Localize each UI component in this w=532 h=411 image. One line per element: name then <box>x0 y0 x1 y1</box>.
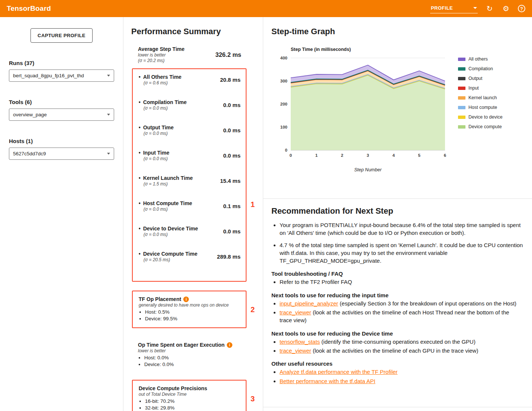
metric-value: 0.1 ms <box>223 203 241 209</box>
precisions-subtitle: out of Total Device Time <box>139 392 241 397</box>
hosts-select-value: 5627c5dd7dc9 <box>13 151 46 156</box>
metric-row: Host Compute Time (σ = 0.0 ms) 0.1 ms <box>139 200 241 212</box>
legend-swatch <box>458 96 465 100</box>
metric-row: Device to Device Time (σ = 0.0 ms) 0.0 m… <box>139 226 241 237</box>
input-pipeline-analyzer-link[interactable]: input_pipeline_analyzer <box>280 300 338 307</box>
device-tools-heading: Next tools to use for reducing the Devic… <box>271 330 523 337</box>
tf-op-placement-title: TF Op Placement <box>139 296 181 302</box>
right-panel: Step-time Graph Step Time (in millisecon… <box>263 17 532 411</box>
input-tools-heading: Next tools to use for reducing the input… <box>271 292 523 298</box>
chevron-down-icon <box>107 75 110 77</box>
recommendation-bullet: 4.7 % of the total step time sampled is … <box>280 241 523 265</box>
metric-sigma: (σ = 0.0 ms) <box>139 232 198 237</box>
performance-summary-panel: Performance Summary Average Step Time lo… <box>123 17 263 411</box>
resource-item: Better performance with the tf.data API <box>280 377 523 385</box>
legend-swatch <box>458 58 465 61</box>
annotation-box-1: All Others Time (σ = 0.6 ms) 20.8 ms Com… <box>132 68 246 282</box>
tools-select[interactable]: overview_page <box>9 109 114 121</box>
legend-item: Input <box>458 85 503 91</box>
metric-row: Device Compute Time (σ = 20.5 ms) 289.8 … <box>139 251 241 262</box>
metric-sigma: (σ = 0.0 ms) <box>139 131 174 136</box>
metric-label: Host Compute Time <box>139 200 192 206</box>
legend-label: All others <box>468 56 488 62</box>
tool-item: input_pipeline_analyzer (especially Sect… <box>280 300 523 307</box>
metric-sigma: (σ = 20.5 ms) <box>139 257 197 262</box>
metric-row: Input Time (σ = 0.0 ms) 0.0 ms <box>139 150 241 161</box>
runs-select[interactable]: bert_squad_8gpu_fp16_pvt_thd <box>9 69 114 82</box>
tf-op-placement-host: Host: 0.5% <box>145 309 241 315</box>
eager-execution-section: Op Time Spent on Eager Execution i lower… <box>132 337 246 373</box>
metric-value: 289.8 ms <box>217 253 241 260</box>
tool-item-text: (identify the time-consuming operations … <box>320 339 475 345</box>
tfdata-api-link[interactable]: Better performance with the tf.data API <box>280 378 375 384</box>
legend-label: Kernel launch <box>468 95 497 100</box>
info-icon[interactable]: i <box>227 342 232 348</box>
metric-label: Output Time <box>139 124 174 130</box>
annotation-label-3: 3 <box>251 394 255 403</box>
tool-item-text: (look at the activities on the timeline … <box>311 347 478 354</box>
metric-value: 0.0 ms <box>223 228 241 234</box>
svg-text:1: 1 <box>315 153 318 158</box>
legend-label: Device to device <box>468 114 503 120</box>
legend-item: Device to device <box>458 114 503 120</box>
average-step-time-label: Average Step Time <box>138 46 184 52</box>
metric-row: Output Time (σ = 0.0 ms) 0.0 ms <box>139 124 241 136</box>
legend-item: Compilation <box>458 66 503 71</box>
dashboard-selector-value: PROFILE <box>431 5 453 11</box>
reload-icon[interactable]: ↻ <box>485 4 494 13</box>
dashboard-selector[interactable]: PROFILE <box>430 4 478 13</box>
sidebar: CAPTURE PROFILE Runs (37) bert_squad_8gp… <box>0 17 123 411</box>
metric-sigma: (σ = 0.0 ms) <box>139 156 169 161</box>
precisions-title: Device Compute Precisions <box>139 385 207 391</box>
chart-x-axis-label: Step Number <box>291 167 445 172</box>
info-icon[interactable]: i <box>183 297 189 302</box>
metric-sigma: (σ = 1.5 ms) <box>139 181 193 187</box>
tool-item-text: (especially Section 3 for the breakdown … <box>338 300 516 307</box>
legend-item: Kernel launch <box>458 95 503 100</box>
legend-item: Device compute <box>458 124 503 129</box>
gear-icon[interactable]: ⚙ <box>502 4 510 13</box>
annotation-box-2: TF Op Placement i generally desired to h… <box>132 291 246 328</box>
metric-row: Compilation Time (σ = 0.0 ms) 0.0 ms <box>139 99 241 111</box>
metric-sigma: (σ = 0.0 ms) <box>139 106 187 111</box>
trace-viewer-link[interactable]: trace_viewer <box>280 309 311 315</box>
metric-label: Input Time <box>139 150 169 156</box>
header-actions: PROFILE ↻ ⚙ ? <box>430 4 525 13</box>
legend-label: Device compute <box>468 124 502 129</box>
svg-text:400: 400 <box>280 56 287 60</box>
step-time-chart: 01002003004000123456 <box>277 55 448 162</box>
hosts-select[interactable]: 5627c5dd7dc9 <box>9 148 114 160</box>
average-step-time-note: lower is better <box>138 52 184 58</box>
performance-summary-title: Performance Summary <box>131 27 263 36</box>
runs-select-value: bert_squad_8gpu_fp16_pvt_thd <box>13 73 84 78</box>
annotation-box-3: Device Compute Precisions out of Total D… <box>132 380 246 411</box>
metric-label: Device Compute Time <box>139 251 197 257</box>
recommendation-bullet: Your program is POTENTIALLY input-bound … <box>280 221 523 237</box>
tensorflow-stats-link[interactable]: tensorflow_stats <box>280 339 320 345</box>
legend-swatch <box>458 125 465 129</box>
faq-item: Refer to the TF2 Profiler FAQ <box>280 278 523 286</box>
hosts-label: Hosts (1) <box>9 138 114 144</box>
tfdata-performance-link[interactable]: Analyze tf.data performance with the TF … <box>280 369 397 375</box>
eager-execution-subtitle: lower is better <box>138 348 241 353</box>
step-time-graph-section: Step-time Graph Step Time (in millisecon… <box>263 17 532 199</box>
help-icon[interactable]: ? <box>518 5 525 12</box>
tf-op-placement-device: Device: 99.5% <box>145 316 241 321</box>
recommendation-title: Recommendation for Next Step <box>271 206 523 216</box>
chevron-down-icon <box>107 153 110 155</box>
chart-legend: All othersCompilationOutputInputKernel l… <box>458 56 503 172</box>
legend-item: Output <box>458 76 503 81</box>
tools-select-value: overview_page <box>13 112 47 117</box>
svg-text:5: 5 <box>418 153 421 158</box>
tools-label: Tools (6) <box>9 99 114 105</box>
trace-viewer-link[interactable]: trace_viewer <box>280 347 311 354</box>
app-header: TensorBoard PROFILE ↻ ⚙ ? <box>0 0 532 17</box>
metric-row: All Others Time (σ = 0.6 ms) 20.8 ms <box>139 74 241 85</box>
metric-label: Kernel Launch Time <box>139 175 193 181</box>
capture-profile-button[interactable]: CAPTURE PROFILE <box>30 28 93 43</box>
chart-title: Step Time (in milliseconds) <box>291 47 448 52</box>
legend-item: Host compute <box>458 105 503 110</box>
resources-heading: Other useful resources <box>271 360 523 367</box>
precision-32bit: 32-bit: 29.8% <box>145 405 241 411</box>
legend-swatch <box>458 116 465 119</box>
